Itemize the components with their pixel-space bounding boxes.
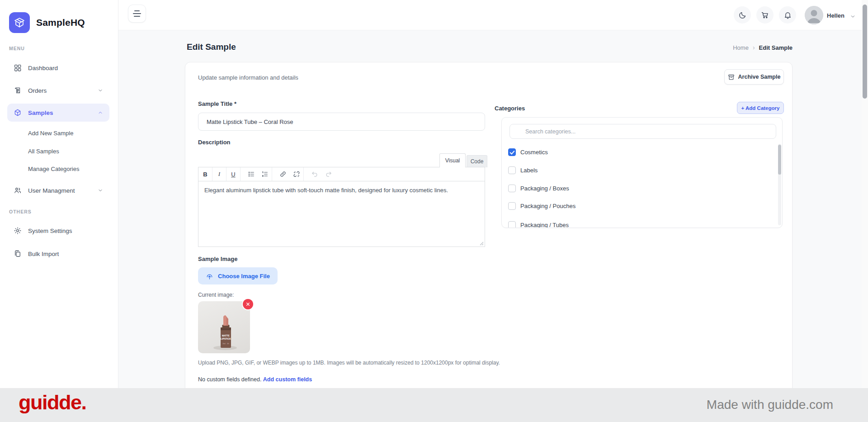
copy-pages-icon (14, 250, 22, 258)
delete-image-button[interactable] (243, 299, 253, 309)
category-label: Labels (520, 167, 538, 174)
upload-cloud-icon (206, 272, 213, 280)
editor-toolbar: B I U (198, 167, 485, 181)
sidebar-item-label: System Settings (28, 228, 103, 234)
bell-icon (783, 11, 792, 19)
others-section-label: OTHERS (9, 209, 32, 214)
resize-grip[interactable] (478, 240, 484, 246)
checkbox[interactable] (508, 185, 516, 192)
sidebar-item-label: Bulk Import (28, 251, 103, 257)
edit-sample-card: Update sample information and details Ar… (185, 62, 793, 422)
sidebar-item-orders[interactable]: Orders (7, 81, 109, 100)
redo-button[interactable] (321, 167, 335, 181)
category-row-packaging-boxes[interactable]: Packaging / Boxes (508, 185, 569, 192)
add-category-button[interactable]: + Add Category (737, 102, 784, 114)
sidebar: SampleHQ MENU Dashboard Orders Samples A… (0, 0, 118, 422)
italic-button[interactable]: I (212, 167, 226, 181)
description-label: Description (198, 139, 231, 146)
unlink-button[interactable] (290, 167, 304, 181)
breadcrumb: Home › Edit Sample (639, 44, 793, 51)
choose-image-label: Choose Image File (218, 273, 270, 280)
chevron-down-icon (98, 188, 103, 193)
undo-button[interactable] (307, 167, 321, 181)
checkbox[interactable] (508, 221, 516, 228)
avatar[interactable] (805, 6, 823, 24)
category-label: Cosmetics (520, 149, 548, 156)
theme-toggle-button[interactable] (734, 6, 751, 24)
page-title: Edit Sample (187, 42, 236, 52)
svg-text:LIPSTICK: LIPSTICK (221, 337, 231, 340)
settings-gear-icon (14, 227, 22, 235)
tab-code[interactable]: Code (467, 155, 487, 167)
custom-fields-row: No custom fields defined. Add custom fie… (198, 376, 312, 383)
page-scrollbar-track[interactable] (862, 0, 868, 422)
page-scrollbar-thumb[interactable] (863, 5, 867, 99)
archive-button-label: Archive Sample (738, 74, 781, 80)
sidebar-item-samples[interactable]: Samples (7, 104, 109, 122)
checkbox[interactable] (508, 148, 516, 156)
menu-section-label: MENU (9, 46, 25, 51)
upload-hint-text: Upload PNG, JPG, GIF, or WEBP images up … (198, 360, 500, 366)
samples-cube-icon (14, 109, 22, 117)
checkbox[interactable] (508, 166, 516, 174)
category-row-cosmetics[interactable]: Cosmetics (508, 148, 548, 156)
bold-button[interactable]: B (198, 167, 212, 181)
sidebar-item-system-settings[interactable]: System Settings (7, 222, 109, 240)
add-custom-fields-link[interactable]: Add custom fields (263, 376, 312, 383)
sidebar-item-label: Dashboard (28, 65, 103, 71)
lipstick-image: MATTE LIPSTICK 3ml · 4h (198, 301, 250, 353)
top-header-bar: 2 Hellen (118, 0, 868, 30)
description-editor: B I U (198, 167, 485, 247)
sidebar-item-dashboard[interactable]: Dashboard (7, 59, 109, 77)
link-icon (279, 171, 287, 178)
breadcrumb-current: Edit Sample (759, 44, 793, 51)
tab-visual[interactable]: Visual (439, 153, 466, 167)
made-with-text: Made with guidde.com (707, 398, 833, 412)
description-text[interactable]: Elegant aluminum lipstick tube with soft… (198, 181, 485, 200)
categories-scrollbar-thumb[interactable] (778, 145, 781, 175)
sidebar-subitem-manage-categories[interactable]: Manage Categories (28, 166, 79, 172)
sample-title-input[interactable] (198, 113, 485, 131)
svg-text:MATTE: MATTE (222, 334, 230, 337)
undo-icon (311, 171, 318, 178)
checkbox[interactable] (508, 202, 516, 210)
bullet-list-button[interactable] (244, 167, 258, 181)
category-row-packaging-tubes[interactable]: Packaging / Tubes (508, 221, 569, 228)
cart-icon (760, 10, 769, 19)
sidebar-item-label: Samples (28, 109, 91, 116)
sidebar-subitem-add-new-sample[interactable]: Add New Sample (28, 130, 73, 137)
notifications-button[interactable] (779, 6, 796, 24)
underline-button[interactable]: U (226, 167, 241, 181)
ordered-list-button[interactable] (258, 167, 272, 181)
category-label: Packaging / Boxes (520, 185, 569, 192)
custom-fields-text: No custom fields defined. (198, 376, 261, 383)
category-row-packaging-pouches[interactable]: Packaging / Pouches (508, 202, 576, 210)
chevron-down-icon[interactable] (850, 14, 856, 19)
cart-button[interactable] (756, 6, 774, 24)
sidebar-item-label: Orders (28, 87, 91, 94)
sample-title-label: Sample Title * (198, 100, 236, 107)
breadcrumb-home[interactable]: Home (733, 44, 749, 51)
person-icon (805, 6, 823, 24)
category-search-input[interactable] (509, 124, 776, 139)
current-image-label: Current image: (198, 292, 234, 298)
ordered-list-icon (261, 171, 269, 178)
sample-image-label: Sample Image (198, 256, 237, 262)
sidebar-item-bulk-import[interactable]: Bulk Import (7, 245, 109, 263)
category-label: Packaging / Pouches (520, 203, 576, 209)
sidebar-toggle-button[interactable] (128, 5, 146, 23)
archive-icon (728, 74, 735, 81)
guidde-footer: guidde. Made with guidde.com (0, 388, 868, 422)
choose-image-file-button[interactable]: Choose Image File (198, 267, 278, 284)
archive-sample-button[interactable]: Archive Sample (724, 69, 784, 85)
user-name[interactable]: Hellen (827, 12, 844, 19)
category-row-labels[interactable]: Labels (508, 166, 538, 174)
close-icon (245, 302, 250, 307)
sidebar-subitem-all-samples[interactable]: All Samples (28, 148, 59, 155)
unlink-icon (293, 171, 300, 178)
card-subtitle: Update sample information and details (198, 74, 298, 81)
redo-icon (325, 171, 332, 178)
sidebar-item-user-management[interactable]: User Managment (7, 181, 109, 199)
link-button[interactable] (276, 167, 290, 181)
brand: SampleHQ (9, 12, 85, 33)
